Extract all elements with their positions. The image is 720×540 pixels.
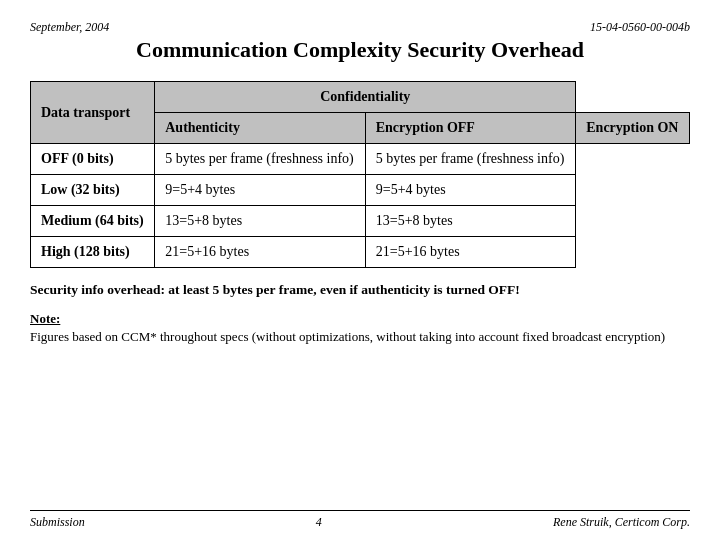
header-doc-id: 15-04-0560-00-004b xyxy=(590,20,690,35)
row-enc-on-1: 9=5+4 bytes xyxy=(365,175,576,206)
row-label-0: OFF (0 bits) xyxy=(31,144,155,175)
col-confidentiality: Confidentiality xyxy=(155,82,576,113)
footer: Submission 4 Rene Struik, Certicom Corp. xyxy=(30,510,690,530)
col-sub-0: Authenticity xyxy=(155,113,366,144)
row-enc-on-3: 21=5+16 bytes xyxy=(365,237,576,268)
header: September, 2004 15-04-0560-00-004b xyxy=(30,20,690,35)
data-table: Data transportConfidentialityAuthenticit… xyxy=(30,81,690,268)
row-enc-off-0: 5 bytes per frame (freshness info) xyxy=(155,144,366,175)
footer-right: Rene Struik, Certicom Corp. xyxy=(553,515,690,530)
col-data-transport: Data transport xyxy=(31,82,155,144)
row-label-3: High (128 bits) xyxy=(31,237,155,268)
table-row: OFF (0 bits)5 bytes per frame (freshness… xyxy=(31,144,690,175)
row-label-1: Low (32 bits) xyxy=(31,175,155,206)
note-body: Figures based on CCM* throughout specs (… xyxy=(30,329,665,344)
col-sub-1: Encryption OFF xyxy=(365,113,576,144)
table-row: Medium (64 bits)13=5+8 bytes13=5+8 bytes xyxy=(31,206,690,237)
table-row: High (128 bits)21=5+16 bytes21=5+16 byte… xyxy=(31,237,690,268)
row-enc-off-3: 21=5+16 bytes xyxy=(155,237,366,268)
note-title: Note: xyxy=(30,311,60,326)
security-note: Security info overhead: at least 5 bytes… xyxy=(30,282,690,298)
header-date: September, 2004 xyxy=(30,20,109,35)
row-enc-off-2: 13=5+8 bytes xyxy=(155,206,366,237)
table-row: Low (32 bits)9=5+4 bytes9=5+4 bytes xyxy=(31,175,690,206)
row-enc-on-2: 13=5+8 bytes xyxy=(365,206,576,237)
row-enc-off-1: 9=5+4 bytes xyxy=(155,175,366,206)
footer-left: Submission xyxy=(30,515,85,530)
row-enc-on-0: 5 bytes per frame (freshness info) xyxy=(365,144,576,175)
page-title: Communication Complexity Security Overhe… xyxy=(30,37,690,63)
col-sub-2: Encryption ON xyxy=(576,113,690,144)
footer-center: 4 xyxy=(316,515,322,530)
row-label-2: Medium (64 bits) xyxy=(31,206,155,237)
note-section: Note: Figures based on CCM* throughout s… xyxy=(30,310,690,346)
page: September, 2004 15-04-0560-00-004b Commu… xyxy=(0,0,720,540)
